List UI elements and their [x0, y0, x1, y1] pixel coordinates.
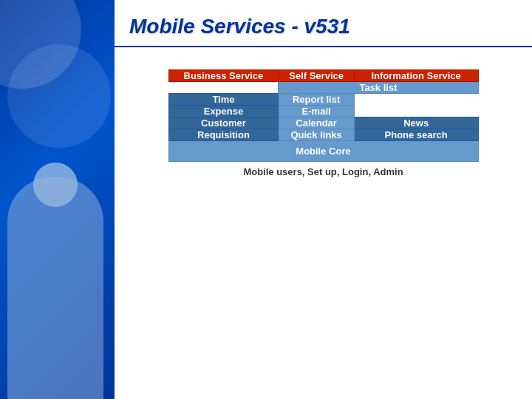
task-list-row: Task list	[168, 82, 478, 94]
cell-report-list[interactable]: Report list	[279, 94, 354, 106]
email-label: E-mail	[302, 106, 331, 117]
expense-label: Expense	[204, 106, 243, 117]
cell-requisition[interactable]: Requisition	[168, 129, 279, 141]
cell-phone-search[interactable]: Phone search	[354, 129, 478, 141]
cell-customer[interactable]: Customer	[168, 117, 279, 129]
category-info-label: Information Service	[371, 70, 460, 81]
time-report-row: Time Report list	[168, 94, 478, 106]
cell-quick-links[interactable]: Quick links	[279, 129, 354, 141]
task-list-label: Task list	[359, 82, 397, 93]
cell-empty-task	[168, 82, 279, 94]
person-figure	[7, 177, 103, 399]
page-title: Mobile Services - v531	[129, 15, 350, 38]
phone-search-label: Phone search	[385, 129, 448, 140]
cell-news[interactable]: News	[354, 117, 478, 129]
customer-calendar-row: Customer Calendar News	[168, 117, 478, 129]
cell-mobile-core[interactable]: Mobile Core	[168, 141, 478, 162]
service-table: Business Service Self Service Informatio…	[168, 69, 479, 162]
customer-label: Customer	[201, 117, 246, 129]
time-label: Time	[212, 94, 234, 105]
cell-empty-report	[354, 94, 478, 106]
expense-email-row: Expense E-mail	[168, 106, 478, 117]
cell-email[interactable]: E-mail	[279, 106, 354, 117]
decorative-circle-2	[7, 44, 111, 148]
category-header-row: Business Service Self Service Informatio…	[168, 70, 478, 82]
cell-time[interactable]: Time	[168, 94, 279, 106]
category-info[interactable]: Information Service	[354, 70, 478, 82]
cell-expense[interactable]: Expense	[168, 106, 279, 117]
sidebar	[0, 0, 115, 399]
content-area: Business Service Self Service Informatio…	[115, 47, 532, 192]
footer-text: Mobile users, Set up, Login, Admin	[243, 166, 403, 177]
cell-task-list[interactable]: Task list	[279, 82, 478, 94]
category-self[interactable]: Self Service	[279, 70, 354, 82]
mobile-core-row: Mobile Core	[168, 141, 478, 162]
mobile-core-label: Mobile Core	[296, 146, 350, 157]
cell-calendar[interactable]: Calendar	[279, 117, 354, 129]
requisition-quicklinks-row: Requisition Quick links Phone search	[168, 129, 478, 141]
header: Mobile Services - v531	[115, 0, 532, 47]
quick-links-label: Quick links	[290, 129, 341, 140]
main-content: Mobile Services - v531 Business Service …	[115, 0, 532, 399]
calendar-label: Calendar	[296, 117, 337, 129]
category-business[interactable]: Business Service	[168, 70, 279, 82]
cell-empty-email	[354, 106, 478, 117]
report-list-label: Report list	[293, 94, 340, 105]
requisition-label: Requisition	[197, 129, 250, 140]
category-business-label: Business Service	[184, 70, 264, 81]
category-self-label: Self Service	[289, 70, 344, 81]
news-label: News	[403, 117, 429, 129]
